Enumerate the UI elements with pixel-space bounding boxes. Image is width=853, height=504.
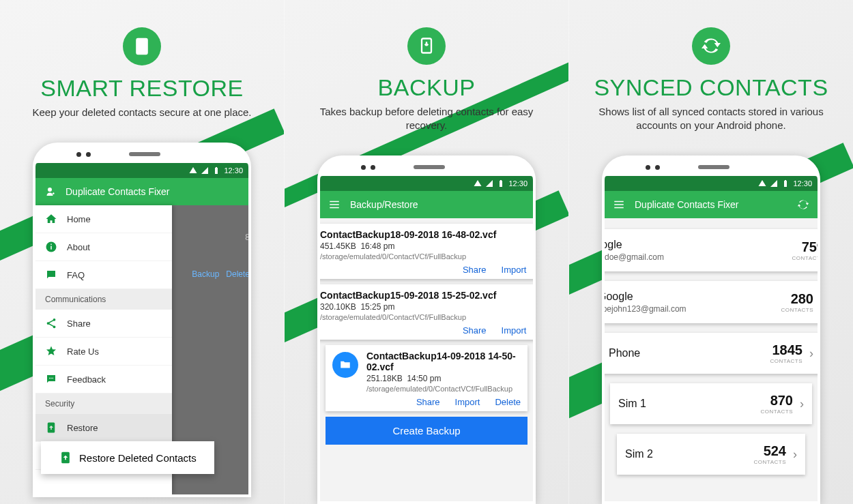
panel-title: BACKUP [378,74,476,101]
status-bar: 12:30 [35,163,248,178]
account-row[interactable]: Googledoejohn123@gmail.com 280CONTACTS › [605,281,818,323]
account-row[interactable]: Sim 2 524CONTACTS › [617,434,805,475]
drawer-item-share[interactable]: Share [35,310,172,338]
account-row[interactable]: Sim 1 870CONTACTS › [610,383,812,424]
backup-icon [407,27,446,65]
chevron-right-icon: › [809,346,813,361]
import-button[interactable]: Import [502,325,527,336]
panel-subtitle: Keep your deleted contacts secure at one… [18,106,265,119]
panel-title: SYNCED CONTACTS [594,74,828,101]
sync-icon [692,27,730,65]
import-button[interactable]: Import [455,397,480,407]
app-title: Duplicate Contacts Fixer [66,186,240,197]
restore-icon [123,27,161,65]
user-gear-icon [44,186,56,198]
drawer-item-faq[interactable]: FAQ [35,261,172,289]
app-bar: Backup/Restore [320,191,533,218]
svg-point-8 [53,378,54,379]
share-button[interactable]: Share [463,265,487,275]
drawer-item-feedback[interactable]: Feedback [35,366,172,394]
app-title: Backup/Restore [350,199,525,210]
drawer-item-restore[interactable]: Restore [35,414,172,442]
delete-button[interactable]: Delete [495,397,521,407]
panel-subtitle: Shows list of all synced contacts stored… [569,105,853,133]
app-bar: Duplicate Contacts Fixer [35,178,248,205]
app-title: Duplicate Contacts Fixer [635,199,787,210]
chevron-right-icon: › [800,397,804,411]
drawer-item-home[interactable]: Home [35,205,172,233]
app-bar: Duplicate Contacts Fixer [605,191,818,218]
account-row[interactable]: Phone 1845CONTACTS › [605,333,818,374]
backup-card[interactable]: ContactBackup15-09-2018 15-25-02.vcf 320… [320,284,533,340]
folder-icon [332,352,358,378]
panel-subtitle: Takes backup before deleting contacts fo… [285,105,568,133]
share-button[interactable]: Share [463,325,487,336]
share-button[interactable]: Share [416,397,440,407]
status-bar: 12:30 [320,176,533,191]
phone-frame: 12:30 Duplicate Contacts Fixer Googlejoh… [602,155,820,504]
phone-frame: 12:30 Backup/Restore ContactBackup18-09-… [317,155,536,504]
import-button[interactable]: Import [502,265,527,275]
section-security: Security [35,394,172,414]
svg-rect-1 [50,246,52,250]
refresh-icon[interactable] [797,198,809,211]
chevron-right-icon: › [793,447,797,462]
backup-card[interactable]: ContactBackup14-09-2018 14-50-02.vcf 251… [326,345,527,411]
drawer-item-about[interactable]: About [35,233,172,261]
svg-rect-2 [50,244,52,246]
create-backup-button[interactable]: Create Backup [326,417,527,445]
panel-title: SMART RESTORE [40,75,243,102]
section-communications: Communications [35,289,172,310]
account-row[interactable]: Googlejohn.doe@gmail.com 759CONTACTS › [605,229,818,271]
hamburger-icon[interactable] [613,198,625,211]
svg-point-6 [49,378,50,379]
drawer-item-rate[interactable]: Rate Us [35,338,172,366]
tooltip-restore[interactable]: Restore Deleted Contacts [41,441,214,474]
status-bar: 12:30 [605,176,818,191]
svg-point-7 [50,378,52,379]
hamburger-icon[interactable] [328,198,341,211]
backup-card[interactable]: ContactBackup18-09-2018 16-48-02.vcf 451… [320,224,533,279]
